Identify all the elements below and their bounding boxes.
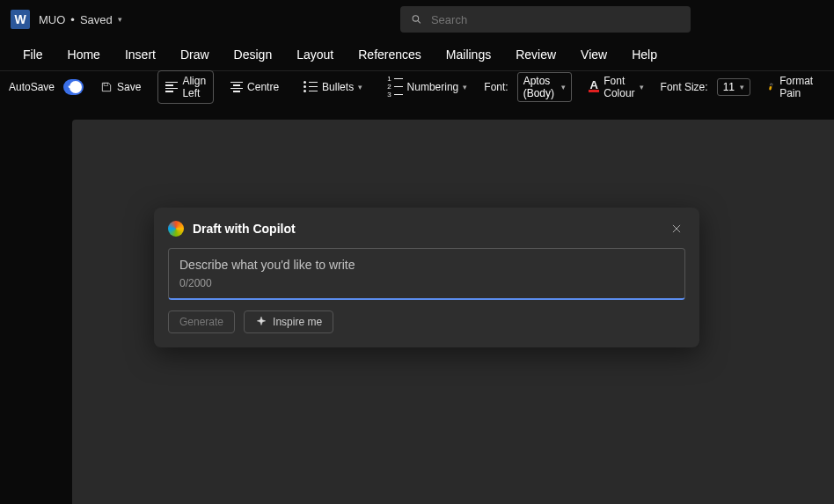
word-app-icon: W (11, 10, 30, 29)
close-icon (670, 223, 683, 235)
chevron-down-icon: ▾ (463, 83, 467, 91)
menu-bar: File Home Insert Draw Design Layout Refe… (0, 39, 834, 70)
menu-draw[interactable]: Draw (168, 42, 222, 67)
copilot-placeholder: Describe what you'd like to write (179, 258, 674, 272)
menu-design[interactable]: Design (222, 42, 285, 67)
align-left-button[interactable]: Align Left (157, 70, 214, 104)
align-centre-icon (230, 82, 243, 92)
font-colour-icon: A (589, 81, 599, 92)
format-painter-icon (764, 79, 778, 94)
copilot-actions: Generate Inspire me (168, 310, 685, 333)
sparkle-icon (255, 316, 267, 328)
chevron-down-icon: ▾ (740, 83, 744, 91)
menu-view[interactable]: View (568, 42, 619, 67)
menu-review[interactable]: Review (503, 42, 568, 67)
menu-references[interactable]: References (346, 42, 434, 67)
menu-help[interactable]: Help (619, 42, 669, 67)
centre-button[interactable]: Centre (223, 77, 287, 98)
copilot-header: Draft with Copilot (168, 220, 685, 237)
copilot-panel: Draft with Copilot Describe what you'd l… (154, 208, 699, 347)
save-button[interactable]: Save (92, 77, 149, 98)
font-colour-button[interactable]: A Font Colour ▾ (581, 70, 651, 104)
font-value: Aptos (Body) (523, 75, 557, 99)
autosave-label: AutoSave (9, 81, 55, 93)
menu-mailings[interactable]: Mailings (434, 42, 503, 67)
chevron-down-icon: ▾ (561, 83, 566, 91)
menu-layout[interactable]: Layout (284, 42, 346, 67)
chevron-down-icon: ▾ (358, 83, 362, 91)
title-bar: W MUO • Saved ▾ (0, 0, 834, 39)
copilot-title: Draft with Copilot (193, 222, 296, 236)
chevron-down-icon: ▾ (118, 15, 122, 24)
align-left-label: Align Left (182, 75, 206, 99)
menu-home[interactable]: Home (55, 42, 113, 67)
font-size-label: Font Size: (661, 81, 708, 93)
font-selector[interactable]: Aptos (Body) ▾ (517, 72, 573, 102)
bullets-button[interactable]: Bullets ▾ (296, 77, 370, 98)
menu-insert[interactable]: Insert (113, 42, 168, 67)
autosave-toggle[interactable]: ✓ (63, 79, 84, 95)
inspire-button[interactable]: Inspire me (244, 310, 333, 333)
numbering-label: Numbering (407, 81, 459, 93)
centre-label: Centre (247, 81, 279, 93)
bullets-label: Bullets (322, 81, 354, 93)
search-input[interactable] (431, 13, 680, 26)
search-box[interactable] (400, 6, 691, 33)
svg-line-1 (418, 21, 421, 24)
svg-point-0 (413, 16, 418, 21)
format-painter-label: Format Pain (779, 75, 817, 99)
copilot-input[interactable]: Describe what you'd like to write 0/2000 (168, 248, 685, 300)
save-status: Saved (80, 13, 113, 26)
copilot-char-counter: 0/2000 (179, 277, 674, 289)
numbering-icon: 1 2 3 (387, 76, 402, 99)
save-label: Save (117, 81, 141, 93)
font-size-value: 11 (723, 81, 735, 93)
save-icon (100, 81, 113, 93)
document-title-group[interactable]: MUO • Saved ▾ (39, 13, 122, 26)
search-icon (411, 13, 422, 26)
close-button[interactable] (668, 220, 685, 237)
document-page[interactable]: Draft with Copilot Describe what you'd l… (72, 120, 834, 504)
chevron-down-icon: ▾ (640, 83, 644, 91)
numbering-button[interactable]: 1 2 3 Numbering ▾ (379, 71, 475, 103)
document-name: MUO (39, 13, 65, 26)
toggle-knob (70, 81, 82, 93)
generate-button[interactable]: Generate (168, 310, 235, 333)
format-painter-button[interactable]: Format Pain (759, 70, 825, 104)
ribbon-toolbar: AutoSave ✓ Save Align Left Centre Bullet… (0, 70, 834, 102)
title-separator: • (70, 13, 75, 26)
copilot-icon (168, 221, 184, 237)
bullets-icon (304, 81, 318, 92)
menu-file[interactable]: File (11, 42, 55, 67)
svg-rect-2 (104, 83, 108, 85)
align-left-icon (165, 82, 178, 92)
document-area: Draft with Copilot Describe what you'd l… (0, 102, 834, 504)
font-size-selector[interactable]: 11 ▾ (717, 78, 750, 96)
generate-label: Generate (179, 316, 223, 328)
inspire-label: Inspire me (273, 316, 322, 328)
font-label: Font: (484, 81, 508, 93)
font-colour-label: Font Colour (604, 75, 634, 99)
